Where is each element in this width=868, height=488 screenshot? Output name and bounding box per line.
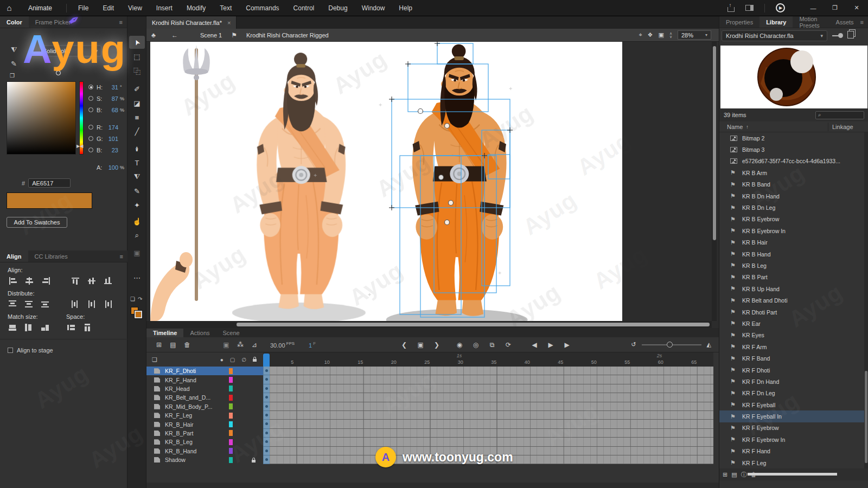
library-item-row[interactable]: ⚑ KR F Band bbox=[719, 352, 868, 364]
tab-timeline[interactable]: Timeline bbox=[146, 329, 183, 337]
tab-library[interactable]: Library bbox=[760, 16, 793, 28]
frame-row[interactable] bbox=[263, 447, 713, 455]
align-left-icon[interactable] bbox=[8, 276, 18, 286]
library-item-row[interactable]: ⚑ KR B Eyebrow In bbox=[719, 225, 868, 236]
hand-tool[interactable]: ☝ bbox=[129, 215, 145, 228]
library-item-row[interactable]: ⚑ e5726d67-35f7-47cc-bcc4-4d6a1933... bbox=[719, 156, 868, 167]
prev-keyframe-icon[interactable]: ❮ bbox=[397, 341, 411, 349]
hex-input[interactable]: AE6517 bbox=[28, 178, 71, 188]
zoom-stepper[interactable]: ∧∨ bbox=[669, 32, 672, 38]
frame-row[interactable] bbox=[263, 384, 713, 393]
color-value-row[interactable]: S: 87 % bbox=[88, 93, 126, 104]
library-scrollbar[interactable] bbox=[864, 132, 868, 468]
distribute-left-icon[interactable] bbox=[71, 299, 81, 309]
align-to-stage[interactable]: Align to stage bbox=[8, 347, 127, 354]
library-item-row[interactable]: ⚑ KR B Part bbox=[719, 272, 868, 283]
library-item-row[interactable]: ⚑ KR F Eyebrow In bbox=[719, 434, 868, 445]
fit-timeline-icon[interactable]: ◭ bbox=[707, 341, 711, 348]
tab-frame-picker[interactable]: Frame Picker bbox=[29, 16, 77, 28]
distribute-center-icon[interactable] bbox=[87, 299, 98, 309]
home-icon[interactable]: ⌂ bbox=[0, 3, 18, 12]
timeline-layer-row[interactable]: KR_F_Dhoti bbox=[146, 367, 263, 375]
menu-item[interactable]: Window bbox=[355, 4, 392, 12]
back-icon[interactable]: ← bbox=[161, 31, 183, 39]
library-item-row[interactable]: ⚑ KR F Dn Leg bbox=[719, 388, 868, 399]
advanced-layers-icon[interactable]: ⁂ bbox=[233, 341, 247, 349]
frame-row[interactable] bbox=[263, 429, 713, 438]
timeline-layer-row[interactable]: KR_F_Leg bbox=[146, 411, 263, 420]
tab-cc-libraries[interactable]: CC Libraries bbox=[28, 251, 74, 262]
asset-warp-tool[interactable]: ✦ bbox=[129, 198, 145, 211]
tab-scene[interactable]: Scene bbox=[216, 329, 246, 337]
library-item-row[interactable]: ⚑ KR Dhoti Part bbox=[719, 306, 868, 318]
timeline-layer-row[interactable]: KR_Mid_Body_P... bbox=[146, 402, 263, 411]
library-item-row[interactable]: ⚑ KR B Dn Leg bbox=[719, 202, 868, 213]
library-item-row[interactable]: ⚑ KR B Band bbox=[719, 179, 868, 190]
play-icon[interactable]: ▶ bbox=[544, 341, 558, 349]
highlight-dot-icon[interactable]: ● bbox=[220, 357, 224, 363]
match-width-icon[interactable] bbox=[8, 323, 18, 332]
frames-grid[interactable] bbox=[263, 367, 713, 464]
canvas-vertical-scrollbar[interactable] bbox=[712, 42, 717, 321]
zoom-tool[interactable]: ⌕ bbox=[129, 229, 145, 242]
library-item-row[interactable]: ⚑ KR B Arm bbox=[719, 167, 868, 178]
free-transform-tool[interactable]: ⿻ bbox=[129, 64, 145, 77]
panel-menu-icon[interactable]: ≡ bbox=[860, 19, 868, 25]
camera-icon[interactable]: ▣ bbox=[219, 341, 233, 349]
stroke-color-icon[interactable]: ✎ bbox=[11, 60, 17, 68]
library-item-row[interactable]: ⚑ KR B Hair bbox=[719, 237, 868, 248]
tab-color[interactable]: Color bbox=[0, 16, 29, 28]
frame-row[interactable] bbox=[263, 438, 713, 446]
timeline-layer-row[interactable]: Shadow bbox=[146, 455, 263, 464]
menu-item[interactable]: File bbox=[71, 4, 95, 12]
timeline-ruler[interactable]: 51015202530354045505560651s2s bbox=[263, 352, 713, 367]
library-item-row[interactable]: ⚑ KR F Eyebrow bbox=[719, 422, 868, 434]
stage[interactable]: ✦✦✦ ✦✦ bbox=[150, 42, 622, 321]
color-value-row[interactable]: B: 68 % bbox=[88, 104, 126, 115]
new-folder-icon[interactable]: ▤ bbox=[731, 471, 737, 478]
close-button[interactable]: ✕ bbox=[847, 1, 866, 15]
space-vertical-icon[interactable] bbox=[66, 323, 77, 332]
distribute-middle-icon[interactable] bbox=[24, 299, 35, 309]
text-tool[interactable]: T bbox=[129, 156, 145, 169]
menu-item[interactable]: Control bbox=[286, 4, 322, 12]
library-item-row[interactable]: ⚑ KR B Eyebrow bbox=[719, 214, 868, 225]
frame-row[interactable] bbox=[263, 375, 713, 384]
swap-colors-icon[interactable]: ❐ bbox=[10, 73, 15, 79]
tab-actions[interactable]: Actions bbox=[183, 329, 216, 337]
menu-item[interactable]: Insert bbox=[149, 4, 180, 12]
library-item-row[interactable]: ⚑ KR Belt and Dhoti bbox=[719, 294, 868, 306]
library-h-scrollbar[interactable] bbox=[748, 473, 837, 476]
minimize-button[interactable]: — bbox=[804, 1, 822, 15]
library-item-row[interactable]: ⚑ KR B Leg bbox=[719, 260, 868, 271]
restore-button[interactable]: ❐ bbox=[826, 1, 844, 15]
library-item-row[interactable]: ⚑ KR F Eyeball In bbox=[719, 410, 868, 422]
library-item-row[interactable]: ⚑ KR Ear bbox=[719, 318, 868, 329]
frame-rate[interactable]: 30.00FPS bbox=[270, 341, 295, 349]
timeline-zoom-slider[interactable] bbox=[642, 344, 701, 345]
hue-slider-arrows[interactable]: ▶◀ bbox=[76, 144, 83, 149]
align-right-icon[interactable] bbox=[40, 276, 51, 286]
edit-multiple-frames-icon[interactable]: ⧉ bbox=[485, 341, 499, 349]
frame-row[interactable] bbox=[263, 455, 713, 464]
color-value-row[interactable]: R: 174 bbox=[88, 121, 126, 133]
add-to-swatches-button[interactable]: Add To Swatches bbox=[7, 217, 67, 228]
reset-timeline-zoom-icon[interactable]: ↺ bbox=[631, 341, 636, 348]
frame-row[interactable] bbox=[263, 367, 713, 375]
library-column-header[interactable]: Name ↑ Linkage bbox=[719, 121, 868, 132]
more-tools[interactable]: ⋯ bbox=[129, 271, 145, 284]
align-top-icon[interactable] bbox=[71, 276, 81, 286]
align-middle-v-icon[interactable] bbox=[87, 276, 98, 286]
align-bottom-icon[interactable] bbox=[103, 276, 114, 286]
insert-frame-icon[interactable]: ⊞ bbox=[152, 341, 166, 349]
color-type-dropdown[interactable]: Solid color▾ bbox=[39, 46, 101, 56]
step-forward-icon[interactable]: ▶ bbox=[560, 341, 574, 349]
library-document-dropdown[interactable]: Krodhi Rishi Character.fla▾ bbox=[722, 30, 827, 41]
outline-icon[interactable]: ▢ bbox=[230, 357, 235, 363]
onion-skin-icon[interactable]: ◉ bbox=[452, 341, 467, 349]
tab-properties[interactable]: Properties bbox=[719, 16, 760, 28]
menu-item[interactable]: Commands bbox=[239, 4, 286, 12]
new-library-panel-icon[interactable] bbox=[847, 31, 854, 38]
lock-all-icon[interactable] bbox=[253, 357, 257, 363]
menu-item[interactable]: Edit bbox=[95, 4, 121, 12]
